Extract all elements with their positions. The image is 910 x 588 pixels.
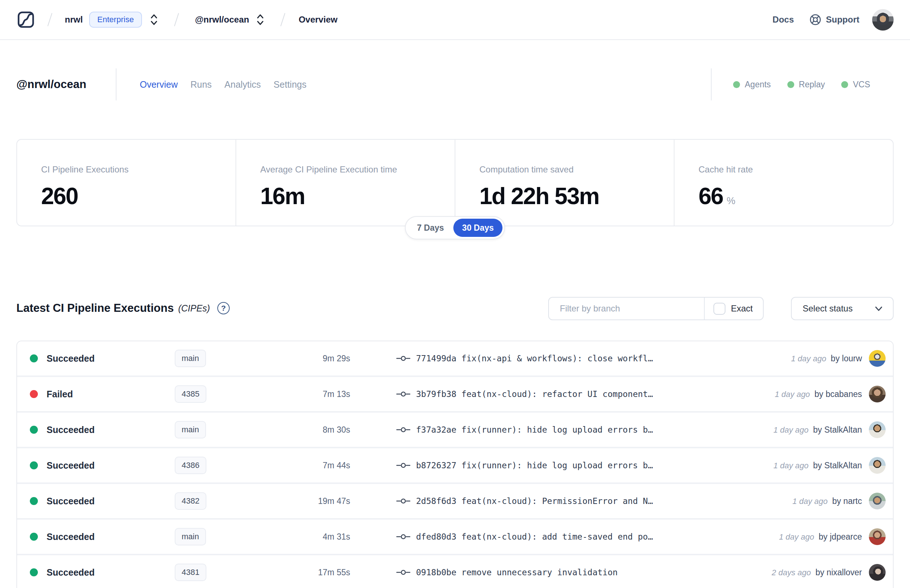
author: by nartc (832, 496, 862, 506)
docs-link[interactable]: Docs (773, 15, 794, 25)
status-label: Succeeded (47, 353, 95, 364)
workspace-switcher-icon[interactable] (255, 12, 265, 27)
author-avatar (869, 493, 886, 509)
meta-text: 1 day ago by StalkAltan (774, 460, 862, 470)
exact-checkbox[interactable] (713, 303, 726, 315)
status-dot (30, 390, 38, 398)
status-label: Succeeded (47, 425, 95, 435)
stat-value: 260 (41, 183, 236, 210)
user-avatar[interactable] (872, 9, 894, 31)
author-avatar (869, 350, 886, 367)
status-dot-icon (787, 81, 794, 88)
chevron-down-icon (873, 303, 884, 314)
cipe-row[interactable]: Failed 4385 7m 13s 3b79fb38 feat(nx-clou… (17, 377, 893, 411)
range-30-days[interactable]: 30 Days (454, 219, 503, 237)
cipe-row[interactable]: Succeeded main 8m 30s f37a32ae fix(runne… (17, 413, 893, 447)
status-label: Succeeded (47, 496, 95, 507)
time-ago: 2 days ago (772, 568, 811, 577)
commit: 771499da fix(nx-api & workflows): close … (396, 354, 653, 363)
commit-message: b8726327 fix(runner): hide log upload er… (416, 460, 653, 470)
time-ago: 1 day ago (792, 497, 828, 506)
row-meta: 1 day ago by bcabanes (774, 386, 886, 402)
branch-badge: 4382 (175, 492, 206, 510)
breadcrumb-page: Overview (299, 15, 338, 25)
time-ago: 1 day ago (791, 354, 826, 363)
duration: 19m 47s (277, 496, 350, 506)
row-meta: 1 day ago by nartc (792, 493, 886, 509)
git-commit-icon (396, 568, 411, 577)
time-ago: 1 day ago (779, 532, 814, 541)
author: by StalkAltan (813, 425, 862, 435)
tab-runs[interactable]: Runs (191, 79, 212, 90)
nx-cloud-logo[interactable] (18, 11, 34, 28)
commit: f37a32ae fix(runner): hide log upload er… (396, 425, 653, 435)
commit-message: dfed80d3 feat(nx-cloud): add time-saved … (416, 532, 653, 541)
cipe-row[interactable]: Succeeded main 9m 29s 771499da fix(nx-ap… (17, 341, 893, 375)
enterprise-badge: Enterprise (89, 11, 142, 27)
cipe-row[interactable]: Succeeded 4381 17m 55s 0918b0be remove u… (17, 555, 893, 588)
help-icon[interactable]: ? (217, 302, 230, 314)
meta-text: 1 day ago by jdpearce (779, 532, 862, 542)
duration: 8m 30s (277, 425, 350, 435)
tab-settings[interactable]: Settings (274, 79, 307, 90)
row-meta: 1 day ago by StalkAltan (774, 457, 886, 474)
feature-replay[interactable]: Replay (787, 80, 825, 89)
life-buoy-icon (809, 13, 821, 26)
feature-agents[interactable]: Agents (733, 80, 771, 89)
status-dot (30, 497, 38, 505)
cipe-row[interactable]: Succeeded 4382 19m 47s 2d58f6d3 feat(nx-… (17, 484, 893, 518)
duration: 17m 55s (277, 568, 350, 577)
stat-card-ci-pipeline-executions: CI Pipeline Executions 260 (17, 140, 236, 226)
status-label: Succeeded (47, 460, 95, 471)
feature-status-list: Agents Replay VCS (733, 66, 870, 103)
author-avatar (869, 528, 886, 545)
git-commit-icon (396, 425, 411, 434)
branch-badge: 4385 (175, 385, 206, 403)
status-dot (30, 461, 38, 469)
breadcrumb-separator (47, 13, 52, 27)
meta-text: 1 day ago by nartc (792, 496, 862, 506)
tab-analytics[interactable]: Analytics (225, 79, 261, 90)
stat-value: 66 % (698, 183, 893, 210)
breadcrumb-separator (174, 13, 179, 27)
branch-filter-group: Exact (548, 297, 764, 320)
stat-label: CI Pipeline Executions (41, 165, 236, 174)
git-commit-icon (396, 497, 411, 506)
meta-text: 1 day ago by StalkAltan (774, 425, 862, 435)
meta-text: 1 day ago by bcabanes (774, 389, 862, 399)
author-avatar (869, 457, 886, 474)
status-dot-icon (841, 81, 848, 88)
workspace-title: @nrwl/ocean (16, 78, 86, 91)
status-dot-icon (733, 81, 740, 88)
cipe-row[interactable]: Succeeded main 4m 31s dfed80d3 feat(nx-c… (17, 520, 893, 554)
breadcrumb-workspace[interactable]: @nrwl/ocean (195, 15, 249, 25)
range-7-days[interactable]: 7 Days (407, 219, 453, 237)
status-dot (30, 426, 38, 434)
support-link[interactable]: Support (826, 15, 860, 25)
divider (711, 68, 712, 100)
feature-vcs[interactable]: VCS (841, 80, 870, 89)
stat-value: 1d 22h 53m (479, 183, 674, 210)
author: by bcabanes (815, 389, 862, 399)
author-avatar (869, 386, 886, 402)
cipe-row[interactable]: Succeeded 4386 7m 44s b8726327 fix(runne… (17, 448, 893, 483)
nx-cloud-app: nrwl Enterprise @nrwl/ocean Overview Doc… (0, 0, 910, 588)
branch-badge: 4381 (175, 564, 206, 581)
git-commit-icon (396, 390, 411, 399)
time-ago: 1 day ago (774, 390, 810, 399)
stat-label: Cache hit rate (698, 165, 893, 174)
status-label: Failed (47, 389, 73, 399)
branch-filter-input[interactable] (549, 298, 704, 320)
commit: 2d58f6d3 feat(nx-cloud): PermissionError… (396, 496, 653, 506)
tab-overview[interactable]: Overview (140, 79, 178, 90)
row-meta: 2 days ago by nixallover (772, 564, 886, 581)
org-switcher-icon[interactable] (149, 12, 159, 27)
breadcrumb-org[interactable]: nrwl (65, 15, 82, 25)
status-select[interactable]: Select status (791, 297, 894, 320)
status-label: Succeeded (47, 531, 95, 542)
workspace-tabs: Overview Runs Analytics Settings (140, 66, 307, 103)
branch-badge: main (175, 350, 206, 367)
stat-card-cache-hit-rate: Cache hit rate 66 % (674, 140, 893, 226)
cipe-title-suffix: (CIPEs) (178, 303, 210, 313)
cipe-section-header: Latest CI Pipeline Executions (CIPEs) ? … (16, 296, 894, 321)
